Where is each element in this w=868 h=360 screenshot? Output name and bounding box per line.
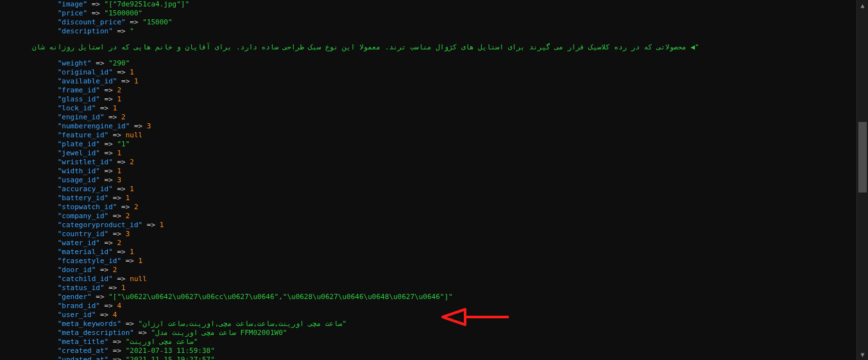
dump-key: "jewel_id" <box>58 149 100 157</box>
arrow-glyph: => <box>108 113 117 121</box>
dump-key: "gender" <box>58 293 92 301</box>
dump-value: "محصولاتی که در رده کلاسیک قرار می گیرند… <box>32 27 851 52</box>
dump-value: 2 <box>117 86 121 94</box>
dump-value: 1 <box>160 221 164 229</box>
dump-value: 1 <box>117 167 121 175</box>
dump-key: "battery_id" <box>58 194 108 202</box>
arrow-glyph: => <box>105 167 113 175</box>
arrow-glyph: => <box>105 140 113 148</box>
arrow-glyph: => <box>139 329 147 337</box>
arrow-glyph: => <box>96 59 104 67</box>
dump-row: "frame_id" => 2 <box>0 86 851 95</box>
dump-key: "water_id" <box>58 239 100 247</box>
dump-value: 2 <box>134 203 139 211</box>
dump-value: 1 <box>126 194 130 202</box>
dump-value: 3 <box>126 230 130 238</box>
dump-value: "ساعت مچی اورینت" <box>126 338 198 346</box>
dump-value: null <box>126 131 143 139</box>
arrow-glyph: => <box>117 158 125 166</box>
dump-key: "created_at" <box>58 347 108 355</box>
arrow-glyph: => <box>117 248 125 256</box>
dump-value: 2 <box>126 212 130 220</box>
arrow-glyph: => <box>130 18 138 26</box>
dump-key: "fcasestyle_id" <box>58 257 121 265</box>
dump-row: "gender" => "["\u0622\u0642\u0627\u06cc\… <box>0 293 851 302</box>
arrow-glyph: => <box>105 149 113 157</box>
arrow-glyph: => <box>117 68 125 76</box>
dump-key: "updated_at" <box>58 356 108 360</box>
dump-key: "stopwatch_id" <box>58 203 117 211</box>
dump-row: "door_id" => 2 <box>0 266 851 275</box>
dump-key: "description" <box>58 27 113 35</box>
dump-key: "weight" <box>58 59 92 67</box>
dump-value: 1 <box>139 257 143 265</box>
dump-key: "feature_id" <box>58 131 108 139</box>
dump-row: "width_id" => 1 <box>0 167 851 176</box>
vertical-scrollbar[interactable]: ▲ ▼ <box>856 0 868 360</box>
dump-row: "wristlet_id" => 2 <box>0 158 851 167</box>
arrow-glyph: => <box>117 27 125 35</box>
dump-value: 1 <box>117 149 121 157</box>
dump-value: "2021-07-13 11:59:38" <box>126 347 215 355</box>
arrow-glyph: => <box>100 311 108 319</box>
dump-value: 1 <box>130 185 134 193</box>
dump-row: "weight" => "290" <box>0 59 851 68</box>
scroll-up-button[interactable]: ▲ <box>857 0 868 11</box>
arrow-glyph: => <box>92 9 100 17</box>
arrow-glyph: => <box>113 356 121 360</box>
dump-key: "discount_price" <box>58 18 126 26</box>
arrow-glyph: => <box>117 275 125 283</box>
dump-row: "fcasestyle_id" => 1 <box>0 257 851 266</box>
dump-row: "price" => "1500000" <box>0 9 851 18</box>
dump-row: "numberengine_id" => 3 <box>0 122 851 131</box>
arrow-glyph: => <box>113 212 121 220</box>
scroll-down-button[interactable]: ▼ <box>857 349 868 360</box>
dump-row: "material_id" => 1 <box>0 248 851 257</box>
dump-row: "available_id" => 1 <box>0 77 851 86</box>
dump-key: "price" <box>58 9 87 17</box>
arrow-glyph: => <box>121 77 130 85</box>
dump-value: 4 <box>117 302 121 310</box>
dump-value: 2 <box>117 239 121 247</box>
dump-value: 1 <box>113 104 117 112</box>
dump-value: "ساعت مچی اورینت مدل FFM02001W0" <box>151 329 287 337</box>
dump-key: "frame_id" <box>58 86 100 94</box>
code-dump: "image" => "["7de9251ca4.jpg"]" "price" … <box>0 0 851 360</box>
arrow-glyph: => <box>105 302 113 310</box>
dump-key: "brand_id" <box>58 302 100 310</box>
dump-value: 1 <box>117 95 121 103</box>
dump-row: "image" => "["7de9251ca4.jpg"]" <box>0 0 851 9</box>
dump-value: 2 <box>121 113 126 121</box>
arrow-glyph: => <box>113 194 121 202</box>
dump-row: "feature_id" => null <box>0 131 851 140</box>
dump-row: "usage_id" => 3 <box>0 176 851 185</box>
dump-row: "catchild_id" => null <box>0 275 851 284</box>
dump-value: 3 <box>147 122 151 130</box>
dump-key: "catchild_id" <box>58 275 113 283</box>
arrow-glyph: => <box>105 86 113 94</box>
dump-key: "original_id" <box>58 68 113 76</box>
dump-value: 3 <box>117 176 121 184</box>
dump-value: "2021-11-15 19:27:57" <box>126 356 215 360</box>
dump-value: "["\u0622\u0642\u0627\u06cc\u0627\u0646"… <box>108 293 452 301</box>
dump-value: "1" <box>117 140 130 148</box>
dump-key: "accuracy_id" <box>58 185 113 193</box>
dump-key: "meta_title" <box>58 338 108 346</box>
dump-value: 1 <box>130 68 134 76</box>
dump-key: "meta_keywords" <box>58 320 121 328</box>
dump-key: "engine_id" <box>58 113 105 121</box>
dump-key: "width_id" <box>58 167 100 175</box>
dump-value: 4 <box>113 311 117 319</box>
dump-row: "company_id" => 2 <box>0 212 851 221</box>
arrow-glyph: => <box>92 0 100 8</box>
dump-value: 2 <box>130 158 134 166</box>
dump-row: "meta_keywords" => "ساعت مچی اورینت,ساعت… <box>0 320 851 329</box>
dump-key: "status_id" <box>58 284 105 292</box>
scrollbar-thumb[interactable] <box>858 122 867 193</box>
dump-row: "original_id" => 1 <box>0 68 851 77</box>
dump-key: "company_id" <box>58 212 108 220</box>
dump-key: "country_id" <box>58 230 108 238</box>
dump-row: "lock_id" => 1 <box>0 104 851 113</box>
dump-key: "user_id" <box>58 311 96 319</box>
dump-key: "categoryproduct_id" <box>58 221 142 229</box>
